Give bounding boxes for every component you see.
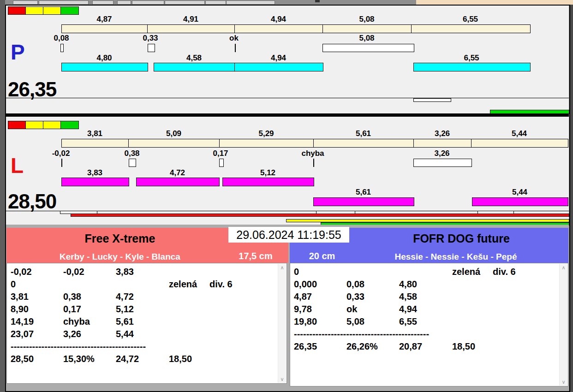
result-cell: 4,87 bbox=[294, 291, 346, 303]
start-time-label: -0,02 bbox=[52, 149, 70, 157]
result-cell: 19,80 bbox=[294, 315, 346, 328]
scroll-down-icon[interactable]: ∨ bbox=[278, 375, 286, 383]
start-time-label: 0,17 bbox=[213, 149, 228, 157]
team-right-results[interactable]: 0zelenádiv. 60,0000,084,804,870,334,589,… bbox=[290, 263, 568, 386]
dashes-line: ----------------------------------------… bbox=[11, 340, 146, 353]
scroll-up-icon[interactable]: ∧ bbox=[278, 264, 286, 271]
result-row: 0,0000,084,80 bbox=[294, 278, 557, 291]
result-cell: 15,30% bbox=[63, 353, 116, 365]
result-cell: 0,08 bbox=[346, 278, 399, 291]
result-cell: 0,000 bbox=[294, 278, 346, 291]
timestamp: 29.06.2024 11:19:55 bbox=[228, 227, 349, 243]
dog-time-bar bbox=[61, 178, 129, 186]
team-left-jump-height: 17,5 cm bbox=[228, 251, 283, 261]
split-time-label: 5,09 bbox=[166, 130, 181, 137]
scroll-up-icon[interactable]: ∧ bbox=[560, 264, 567, 271]
result-cell: 0 bbox=[294, 266, 346, 278]
team-left-results[interactable]: -0,02-0,023,830zelenádiv. 63,810,384,728… bbox=[6, 263, 287, 384]
start-light bbox=[25, 121, 44, 129]
split-time-segment bbox=[128, 139, 220, 148]
result-cell: -0,02 bbox=[63, 266, 116, 278]
team-right-scrollbar[interactable]: ∧ ∨ bbox=[559, 264, 567, 386]
split-time-label: 4,94 bbox=[271, 15, 286, 23]
result-cell: 28,50 bbox=[11, 353, 63, 365]
dog-time-label: 5,12 bbox=[260, 169, 275, 177]
background-window-fragment bbox=[205, 0, 226, 5]
start-time-label: 3,26 bbox=[434, 149, 449, 157]
team-left-scrollbar[interactable]: ∧ ∨ bbox=[278, 264, 286, 383]
scroll-down-icon[interactable]: ∨ bbox=[560, 378, 567, 386]
separator-line bbox=[6, 98, 569, 98]
result-row: -0,02-0,023,83 bbox=[11, 266, 275, 278]
result-row: 28,5015,30%24,7218,50 bbox=[11, 353, 275, 365]
background-window-fragment bbox=[226, 0, 275, 5]
result-cell: ok bbox=[346, 303, 399, 315]
lane-divider bbox=[6, 113, 569, 117]
split-time-segment bbox=[61, 24, 148, 33]
split-time-segment bbox=[413, 139, 472, 148]
team-right-result-rows: 0zelenádiv. 60,0000,084,804,870,334,589,… bbox=[294, 266, 557, 353]
result-cell: chyba bbox=[63, 315, 116, 328]
background-window-strip bbox=[0, 0, 573, 5]
dashes-line: ----------------------------------------… bbox=[294, 328, 429, 340]
start-time-label: 5,08 bbox=[359, 34, 374, 42]
result-cell: 5,44 bbox=[116, 328, 169, 340]
split-time-label: 3,26 bbox=[435, 130, 450, 137]
start-marker-box bbox=[219, 159, 224, 167]
split-time-label: 4,91 bbox=[183, 15, 198, 23]
dog-time-bar bbox=[154, 63, 235, 71]
start-marker-line bbox=[313, 159, 314, 167]
result-cell: 4,72 bbox=[116, 291, 169, 303]
background-window-fragment bbox=[39, 0, 89, 5]
lane-l-letter: L bbox=[11, 155, 24, 176]
split-time-label: 5,29 bbox=[258, 130, 274, 137]
result-cell: 18,50 bbox=[452, 340, 493, 353]
result-cell: 4,80 bbox=[399, 278, 452, 291]
result-cell: 0,17 bbox=[63, 303, 116, 315]
dog-time-label: 6,55 bbox=[464, 54, 479, 62]
start-light bbox=[60, 6, 79, 15]
result-cell: 5,08 bbox=[346, 315, 399, 328]
dog-time-bar bbox=[222, 178, 314, 186]
result-cell: 4,58 bbox=[399, 291, 452, 303]
dog-time-bar bbox=[136, 178, 220, 186]
start-light bbox=[60, 121, 79, 129]
result-cell: 26,26% bbox=[346, 340, 399, 353]
start-marker-line bbox=[235, 44, 236, 52]
result-cell: 6,55 bbox=[399, 315, 452, 328]
background-window-fragment bbox=[117, 0, 131, 5]
start-time-label: 0,08 bbox=[54, 34, 69, 42]
dog-time-label: 5,61 bbox=[356, 188, 371, 196]
result-cell: 4,94 bbox=[399, 303, 452, 315]
result-row: 19,805,086,55 bbox=[294, 315, 557, 328]
start-marker-box bbox=[322, 44, 414, 52]
start-marker-box bbox=[60, 44, 64, 52]
strip-bar bbox=[286, 219, 569, 222]
lane-l-panel: L 28,50 3,815,095,295,613,265,44-0,020,3… bbox=[6, 117, 569, 225]
result-cell: 23,07 bbox=[11, 328, 63, 340]
dog-time-bar bbox=[413, 63, 531, 71]
screen-left-edge bbox=[0, 0, 5, 392]
start-light bbox=[43, 6, 61, 15]
result-cell: 0 bbox=[11, 278, 63, 291]
screen-right-edge bbox=[570, 5, 573, 392]
result-row: 0zelenádiv. 6 bbox=[11, 278, 275, 291]
split-time-segment bbox=[61, 139, 129, 148]
result-cell: 0,33 bbox=[346, 291, 399, 303]
result-cell: 3,83 bbox=[116, 266, 169, 278]
team-right-jump-height: 20 cm bbox=[297, 251, 347, 261]
start-time-label: 0,33 bbox=[143, 34, 158, 42]
split-time-label: 5,44 bbox=[512, 130, 527, 137]
result-row: ----------------------------------------… bbox=[11, 340, 275, 353]
dog-time-label: 4,58 bbox=[186, 54, 202, 62]
background-window-fragment bbox=[13, 0, 38, 5]
start-time-label: 0,38 bbox=[124, 149, 139, 157]
result-row: 26,3526,26%20,8718,50 bbox=[294, 340, 557, 353]
start-marker-box bbox=[413, 159, 472, 167]
split-time-segment bbox=[313, 139, 414, 148]
result-cell: -0,02 bbox=[11, 266, 63, 278]
team-left-name: Free X-treme bbox=[7, 232, 233, 245]
split-time-segment bbox=[322, 24, 412, 33]
dog-time-label: 4,94 bbox=[271, 54, 286, 62]
result-cell: 3,81 bbox=[11, 291, 63, 303]
